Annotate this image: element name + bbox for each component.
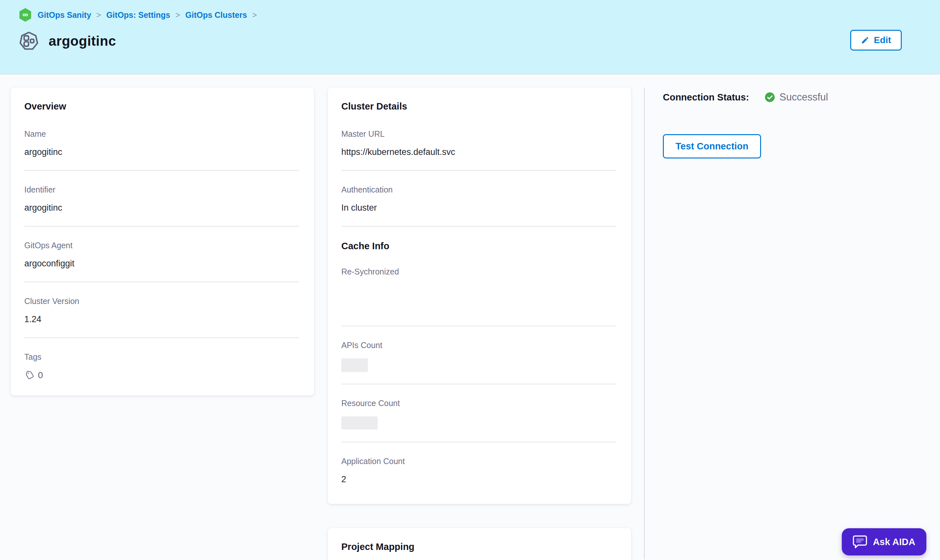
cluster-details-card: Cluster Details Master URL https://kuber…	[328, 88, 631, 504]
connection-status-value: Successful	[780, 91, 828, 103]
field-label-tags: Tags	[24, 352, 299, 362]
resource-count-skeleton	[341, 417, 378, 429]
divider	[341, 384, 616, 385]
divider	[341, 442, 616, 442]
project-mapping-card: Project Mapping → gitops2	[328, 528, 631, 560]
ask-aida-button[interactable]: Ask AIDA	[842, 528, 926, 555]
edit-button-label: Edit	[874, 35, 891, 45]
connection-status-row: Connection Status: Successful	[663, 91, 940, 103]
field-label-apis-count: APIs Count	[341, 341, 616, 350]
breadcrumb: ∞ GitOps Sanity > GitOps: Settings > Git…	[19, 8, 920, 22]
field-value-master-url: https://kubernetes.default.svc	[341, 147, 616, 157]
main-content: Overview Name argogitinc Identifier argo…	[0, 75, 940, 559]
field-value-resynchronized	[341, 285, 616, 313]
field-value-authentication: In cluster	[341, 203, 616, 213]
breadcrumb-link-gitops-settings[interactable]: GitOps: Settings	[106, 10, 170, 20]
field-label-master-url: Master URL	[341, 129, 616, 139]
field-label-resynchronized: Re-Sychronized	[341, 267, 616, 277]
title-row: argogitinc	[19, 31, 920, 51]
divider	[24, 226, 299, 226]
divider	[341, 226, 616, 226]
tags-count: 0	[38, 370, 43, 380]
page-header: ∞ GitOps Sanity > GitOps: Settings > Git…	[0, 0, 940, 75]
field-value-application-count: 2	[341, 474, 616, 485]
project-mapping-heading: Project Mapping	[341, 542, 616, 552]
connection-panel: Connection Status: Successful Test Conne…	[644, 88, 940, 559]
ask-aida-label: Ask AIDA	[873, 537, 915, 548]
divider	[341, 170, 616, 171]
edit-button[interactable]: Edit	[850, 30, 902, 51]
gitops-project-icon: ∞	[19, 8, 32, 22]
field-label-resource-count: Resource Count	[341, 398, 616, 408]
overview-heading: Overview	[24, 101, 299, 112]
overview-card: Overview Name argogitinc Identifier argo…	[11, 88, 314, 395]
field-label-application-count: Application Count	[341, 457, 616, 466]
tag-icon	[24, 371, 34, 380]
divider	[24, 282, 299, 282]
field-value-name: argogitinc	[24, 147, 299, 157]
apis-count-skeleton	[341, 358, 368, 372]
cache-info-heading: Cache Info	[341, 241, 616, 251]
cluster-icon	[19, 31, 39, 51]
breadcrumb-separator: >	[252, 10, 258, 20]
field-label-name: Name	[24, 129, 299, 139]
field-label-identifier: Identifier	[24, 185, 299, 194]
breadcrumb-link-gitops-sanity[interactable]: GitOps Sanity	[38, 10, 91, 20]
breadcrumb-separator: >	[175, 10, 181, 20]
tags-row: 0	[24, 370, 299, 380]
cluster-details-heading: Cluster Details	[341, 101, 616, 112]
field-value-gitops-agent: argoconfiggit	[24, 258, 299, 269]
divider	[24, 337, 299, 338]
field-label-authentication: Authentication	[341, 185, 616, 194]
divider	[24, 170, 299, 171]
connection-status-label: Connection Status:	[663, 92, 749, 103]
pencil-icon	[861, 36, 869, 45]
page-title: argogitinc	[49, 33, 116, 49]
field-value-identifier: argogitinc	[24, 203, 299, 213]
divider	[341, 326, 616, 326]
chat-bubble-icon	[853, 535, 867, 548]
svg-text:∞: ∞	[22, 10, 28, 19]
breadcrumb-separator: >	[95, 10, 102, 20]
breadcrumb-link-gitops-clusters[interactable]: GitOps Clusters	[185, 10, 247, 20]
field-value-cluster-version: 1.24	[24, 314, 299, 325]
test-connection-button[interactable]: Test Connection	[663, 134, 761, 158]
field-label-cluster-version: Cluster Version	[24, 297, 299, 306]
success-check-icon	[765, 92, 775, 102]
field-label-gitops-agent: GitOps Agent	[24, 241, 299, 250]
